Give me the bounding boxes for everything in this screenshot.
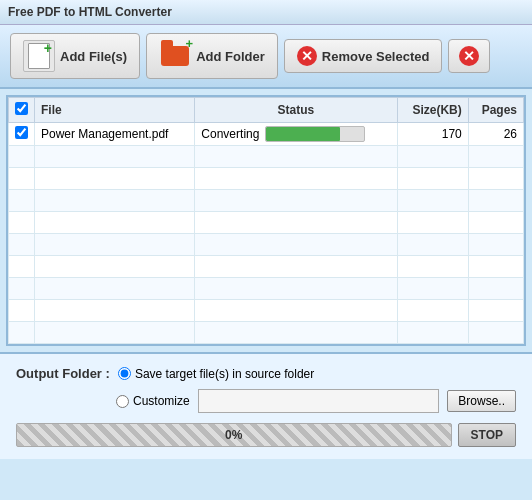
empty-cell <box>468 190 523 212</box>
folder-plus-icon: + <box>186 37 194 50</box>
empty-cell <box>35 322 195 344</box>
empty-cell <box>35 278 195 300</box>
col-size: Size(KB) <box>397 98 468 123</box>
add-folder-button[interactable]: + Add Folder <box>146 33 278 79</box>
remove-selected-button[interactable]: ✕ Remove Selected <box>284 39 443 73</box>
empty-cell <box>397 168 468 190</box>
table-row-empty <box>9 278 524 300</box>
empty-cell <box>35 168 195 190</box>
cancel-button[interactable]: ✕ <box>448 39 490 73</box>
radio-source-label: Save target file(s) in source folder <box>135 367 314 381</box>
radio-source-input[interactable] <box>118 367 131 380</box>
row-status: Converting <box>195 123 397 146</box>
empty-cell <box>35 300 195 322</box>
empty-cell <box>35 190 195 212</box>
empty-cell <box>397 300 468 322</box>
browse-button[interactable]: Browse.. <box>447 390 516 412</box>
empty-cell <box>35 146 195 168</box>
table-row-empty <box>9 234 524 256</box>
row-filename: Power Management.pdf <box>35 123 195 146</box>
output-folder-label: Output Folder : <box>16 366 110 381</box>
empty-cell <box>9 168 35 190</box>
row-status-text: Converting <box>201 127 259 141</box>
empty-cell <box>9 146 35 168</box>
empty-cell <box>195 146 397 168</box>
remove-selected-label: Remove Selected <box>322 49 430 64</box>
browse-label: Browse.. <box>458 394 505 408</box>
row-progress-bar <box>265 126 365 142</box>
empty-cell <box>9 322 35 344</box>
table-row: Power Management.pdfConverting17026 <box>9 123 524 146</box>
empty-cell <box>9 256 35 278</box>
empty-cell <box>9 300 35 322</box>
customize-path-input[interactable] <box>198 389 440 413</box>
customize-row: Customize Browse.. <box>116 389 516 413</box>
radio-customize-option[interactable]: Customize <box>116 394 190 408</box>
col-file: File <box>35 98 195 123</box>
empty-cell <box>397 190 468 212</box>
app-title: Free PDF to HTML Converter <box>8 5 172 19</box>
empty-cell <box>397 212 468 234</box>
title-bar: Free PDF to HTML Converter <box>0 0 532 25</box>
table-row-empty <box>9 212 524 234</box>
empty-cell <box>35 256 195 278</box>
radio-customize-label: Customize <box>133 394 190 408</box>
file-list-area: File Status Size(KB) Pages Power Managem… <box>6 95 526 346</box>
empty-cell <box>195 190 397 212</box>
row-pages: 26 <box>468 123 523 146</box>
empty-cell <box>195 212 397 234</box>
empty-cell <box>397 256 468 278</box>
overall-progress-label: 0% <box>225 428 242 442</box>
empty-cell <box>9 190 35 212</box>
empty-cell <box>468 168 523 190</box>
row-progress-fill <box>266 127 340 141</box>
empty-cell <box>397 322 468 344</box>
col-pages: Pages <box>468 98 523 123</box>
toolbar: Add File(s) + Add Folder ✕ Remove Select… <box>0 25 532 89</box>
col-checkbox <box>9 98 35 123</box>
add-files-button[interactable]: Add File(s) <box>10 33 140 79</box>
row-checkbox[interactable] <box>15 126 28 139</box>
empty-cell <box>397 146 468 168</box>
row-size: 170 <box>397 123 468 146</box>
select-all-checkbox[interactable] <box>15 102 28 115</box>
empty-cell <box>35 212 195 234</box>
empty-cell <box>195 168 397 190</box>
radio-source-option[interactable]: Save target file(s) in source folder <box>118 367 314 381</box>
empty-cell <box>397 234 468 256</box>
empty-cell <box>195 278 397 300</box>
empty-cell <box>195 256 397 278</box>
empty-cell <box>468 234 523 256</box>
empty-cell <box>195 322 397 344</box>
add-folder-label: Add Folder <box>196 49 265 64</box>
radio-customize-input[interactable] <box>116 395 129 408</box>
add-file-icon <box>23 40 55 72</box>
output-folder-row: Output Folder : Save target file(s) in s… <box>16 366 516 381</box>
empty-cell <box>468 278 523 300</box>
empty-cell <box>9 212 35 234</box>
bottom-panel: Output Folder : Save target file(s) in s… <box>0 352 532 459</box>
empty-cell <box>195 234 397 256</box>
file-table: File Status Size(KB) Pages Power Managem… <box>8 97 524 344</box>
empty-cell <box>468 256 523 278</box>
remove-icon: ✕ <box>297 46 317 66</box>
empty-cell <box>468 212 523 234</box>
cancel-icon: ✕ <box>459 46 479 66</box>
table-row-empty <box>9 256 524 278</box>
table-row-empty <box>9 168 524 190</box>
row-checkbox-cell <box>9 123 35 146</box>
stop-button[interactable]: STOP <box>458 423 516 447</box>
overall-progress-bar: 0% <box>16 423 452 447</box>
col-status: Status <box>195 98 397 123</box>
add-folder-icon: + <box>159 40 191 72</box>
empty-cell <box>9 234 35 256</box>
empty-cell <box>35 234 195 256</box>
empty-cell <box>195 300 397 322</box>
table-row-empty <box>9 146 524 168</box>
empty-cell <box>468 300 523 322</box>
empty-cell <box>468 322 523 344</box>
stop-label: STOP <box>471 428 503 442</box>
table-row-empty <box>9 190 524 212</box>
empty-cell <box>468 146 523 168</box>
table-row-empty <box>9 300 524 322</box>
